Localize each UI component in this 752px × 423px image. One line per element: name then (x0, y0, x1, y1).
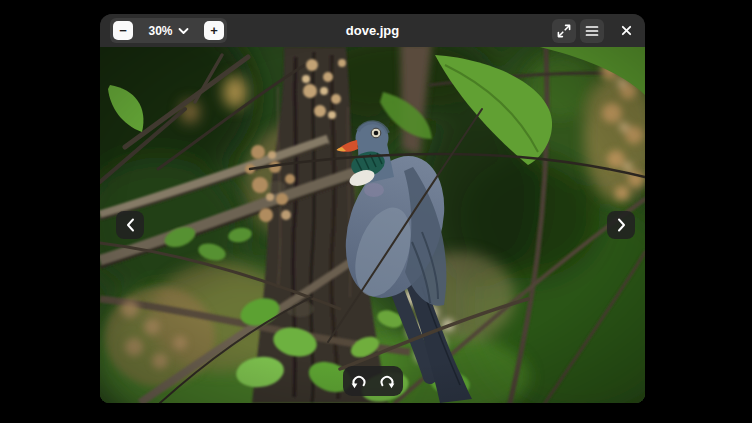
chevron-down-icon (178, 27, 189, 35)
rotate-ccw-icon (350, 372, 368, 390)
next-image-button[interactable] (607, 211, 635, 239)
close-button[interactable] (614, 19, 638, 43)
rotate-counterclockwise-button[interactable] (349, 371, 369, 391)
image-view[interactable] (100, 47, 645, 403)
desktop-background: − 30% + dove.jpg (0, 0, 752, 423)
rotate-cw-icon (378, 372, 396, 390)
headerbar[interactable]: − 30% + dove.jpg (100, 14, 645, 47)
zoom-control-group: − 30% + (110, 18, 227, 43)
headerbar-right-controls (552, 19, 638, 43)
previous-image-button[interactable] (116, 211, 144, 239)
photo-dove (100, 47, 645, 403)
chevron-right-icon (617, 218, 626, 232)
close-icon (621, 25, 632, 36)
zoom-out-button[interactable]: − (113, 21, 133, 40)
menu-icon (585, 25, 599, 37)
rotate-toolbar (343, 366, 403, 396)
zoom-level-dropdown[interactable]: 30% (148, 18, 188, 43)
rotate-clockwise-button[interactable] (377, 371, 397, 391)
chevron-left-icon (126, 218, 135, 232)
fullscreen-button[interactable] (552, 19, 576, 43)
fullscreen-icon (557, 24, 571, 38)
zoom-in-button[interactable]: + (204, 21, 224, 40)
menu-button[interactable] (580, 19, 604, 43)
zoom-level-value: 30% (148, 24, 172, 38)
image-viewer-window: − 30% + dove.jpg (100, 14, 645, 403)
